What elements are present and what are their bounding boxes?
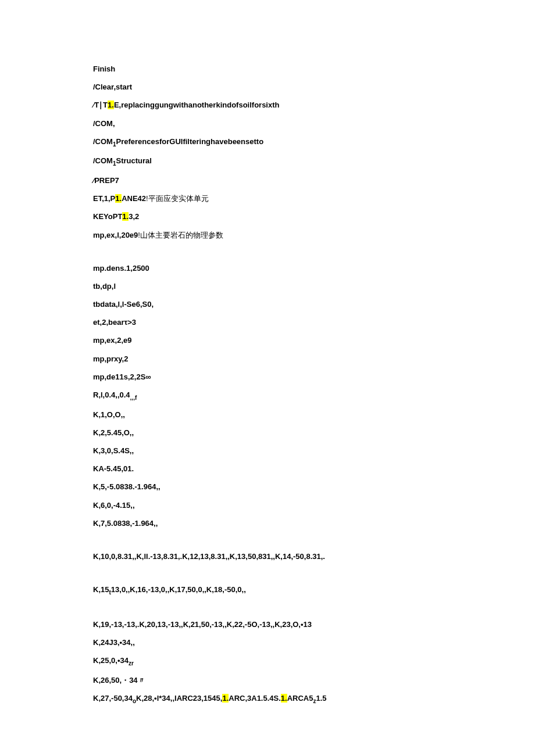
code-line: K,7,5.0838,-1.964,, bbox=[93, 518, 442, 529]
text-fragment: 3,2 bbox=[129, 212, 139, 221]
text-fragment: ET,1,P bbox=[93, 194, 115, 203]
text-fragment: ARC,3A1.5.4S. bbox=[229, 694, 281, 703]
code-line: K,15t13,0,,K,16,-13,0,,K,17,50,0,,K,18,-… bbox=[93, 585, 442, 597]
code-line: R,l,0.4,,0.4,,,f bbox=[93, 390, 442, 402]
code-line: K,1,O,O,, bbox=[93, 410, 442, 420]
code-line: K,2,5.45,O,, bbox=[93, 428, 442, 438]
text-fragment: R,l,0.4,,0.4 bbox=[93, 390, 130, 399]
spacer bbox=[93, 569, 442, 585]
code-line: K,3,0,S.4S,, bbox=[93, 446, 442, 456]
code-line: K,24J3,•34,, bbox=[93, 637, 442, 648]
text-fragment: ARCA5 bbox=[287, 694, 313, 703]
text-fragment: 13,0,,K,16,-13,0,,K,17,50,0,,K,18,-50,0,… bbox=[111, 585, 246, 594]
code-line: mp,prxy,2 bbox=[93, 354, 442, 364]
code-line: K,26,50,・34〃 bbox=[93, 675, 442, 686]
subscript: zr bbox=[129, 660, 134, 667]
code-line: K,5,-5.0838.-1.964,, bbox=[93, 482, 442, 492]
code-line: mp,de11s,2,2S∞ bbox=[93, 372, 442, 382]
code-line: KEYoPT1.3,2 bbox=[93, 212, 442, 222]
highlight: 1. bbox=[281, 694, 287, 703]
code-line: ET,1,P1.ANE42!平面应变实体单元 bbox=[93, 194, 442, 204]
text-fragment: /COM bbox=[93, 156, 113, 165]
code-line: et,2,bearτ>3 bbox=[93, 317, 442, 328]
text-fragment: ANE42 bbox=[122, 194, 146, 203]
code-line: K,27,-50,34oK,28,•l*34,,IARC23,1545,1.AR… bbox=[93, 693, 442, 705]
chinese-comment: !山体主要岩石的物理参数 bbox=[138, 231, 223, 239]
code-line: /COM1PreferencesforGUIfilteringhavebeens… bbox=[93, 137, 442, 149]
highlight: 1. bbox=[122, 212, 129, 221]
text-fragment: K,27,-50,34 bbox=[93, 694, 133, 703]
code-line: K,19,-13,-13,.K,20,13,-13,,K,21,50,-13,,… bbox=[93, 619, 442, 630]
subscript: ,,,f bbox=[130, 395, 137, 401]
highlight: 1. bbox=[108, 101, 114, 109]
code-line: KA-5.45,01. bbox=[93, 464, 442, 474]
highlight: 1. bbox=[222, 694, 229, 703]
code-line: ∕T∣T1.E,replacinggungwithanotherkindofso… bbox=[93, 100, 442, 110]
code-line: mp.dens.1,2500 bbox=[93, 263, 442, 274]
code-line: /Clear,start bbox=[93, 82, 442, 92]
code-line: Finish bbox=[93, 64, 442, 74]
spacer bbox=[93, 604, 442, 619]
text-fragment: K,15 bbox=[93, 585, 109, 594]
code-line: /COM, bbox=[93, 119, 442, 129]
chinese-comment: !平面应变实体单元 bbox=[146, 194, 209, 203]
text-fragment: /COM bbox=[93, 137, 113, 146]
code-line: tb,dp,l bbox=[93, 281, 442, 292]
code-line: K,6,0,-4.15,, bbox=[93, 500, 442, 511]
text-fragment: PreferencesforGUIfilteringhavebeensetto bbox=[116, 137, 264, 146]
text-fragment: K,25,0,•34 bbox=[93, 656, 129, 665]
text-fragment: Structural bbox=[116, 156, 152, 165]
code-line: mp,ex,2,e9 bbox=[93, 335, 442, 346]
text-fragment: 1.5 bbox=[316, 694, 326, 703]
code-line: K,25,0,•34zr bbox=[93, 655, 442, 668]
text-fragment: KEYoPT bbox=[93, 212, 122, 221]
text-fragment: E,replacinggungwithanotherkindofsoilfors… bbox=[114, 101, 280, 109]
code-line: ∕PREP7 bbox=[93, 175, 442, 186]
highlight: 1. bbox=[115, 194, 122, 203]
text-fragment: mp,ex,l,20e9 bbox=[93, 231, 138, 239]
code-line: mp,ex,l,20e9!山体主要岩石的物理参数 bbox=[93, 230, 442, 241]
code-line: /COM1Structural bbox=[93, 156, 442, 168]
text-fragment: K,28,•l*34,,IARC23,1545, bbox=[136, 694, 222, 703]
spacer bbox=[93, 248, 442, 263]
code-line: tbdata,l,l-Se6,S0, bbox=[93, 299, 442, 310]
spacer bbox=[93, 536, 442, 551]
code-line: K,10,0,8.31,,K,ll.-13,8.31,.K,12,13,8.31… bbox=[93, 551, 442, 562]
text-fragment: ∕T∣T bbox=[93, 101, 108, 109]
